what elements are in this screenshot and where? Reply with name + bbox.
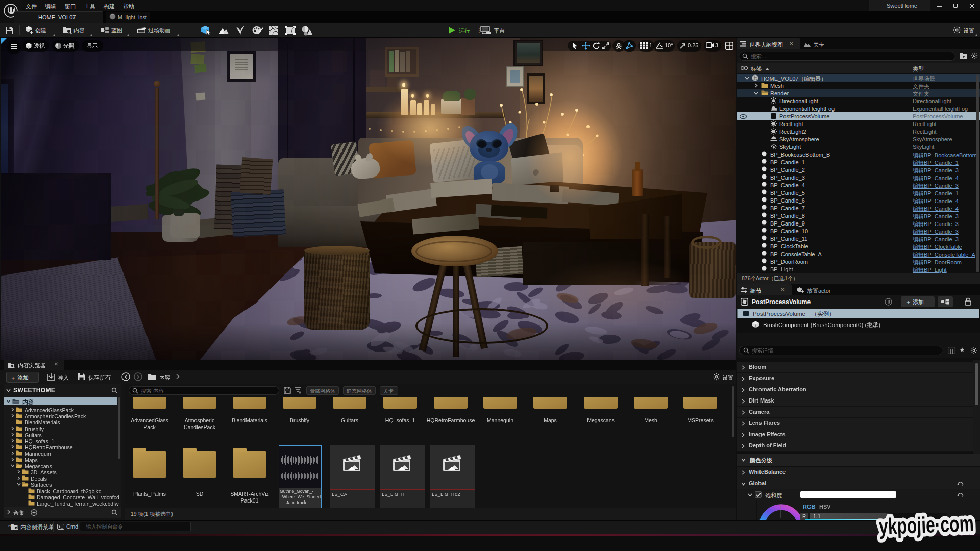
svg-text:ykpojie·com: ykpojie·com [878,511,974,539]
